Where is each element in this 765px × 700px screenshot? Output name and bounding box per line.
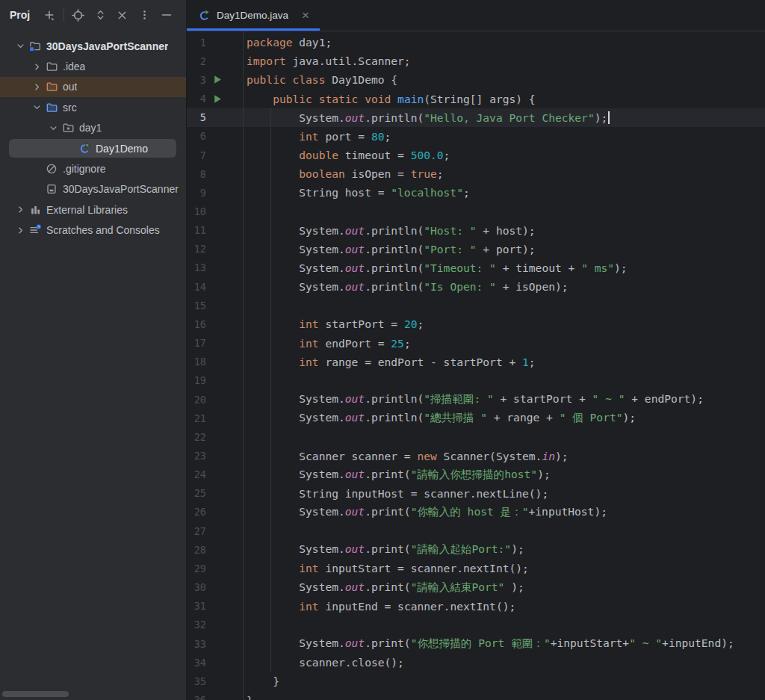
tree-item--gitignore[interactable]: .gitignore [0,158,186,179]
hide-panel-button[interactable] [158,7,175,23]
chevron-down-icon[interactable] [45,122,61,134]
code-line[interactable]: 30 System.out.print("請輸入結束Port" ); [187,578,765,597]
code-line[interactable]: 27 [187,521,765,540]
gutter[interactable]: 16 [187,315,243,333]
gutter[interactable]: 18 [187,353,243,371]
tree-item-out[interactable]: out [0,77,186,97]
code-line[interactable]: 32 [187,616,765,634]
code-line[interactable]: 22 [187,427,765,446]
gutter[interactable]: 12 [187,240,243,258]
gutter[interactable]: 23 [187,446,243,465]
gutter[interactable]: 2 [187,52,243,70]
gutter[interactable]: 31 [187,597,243,616]
code-line[interactable]: 17 int endPort = 25; [187,334,765,353]
gutter[interactable]: 33 [187,634,243,653]
tree-item-external-libraries[interactable]: External Libraries [0,199,186,220]
chevron-down-icon[interactable] [28,102,45,114]
code-line[interactable]: 16 int startPort = 20; [187,315,765,333]
gutter[interactable]: 7 [187,146,243,164]
code-line[interactable]: 2import java.util.Scanner; [187,52,765,70]
code-line[interactable]: 36} [187,690,765,700]
gutter[interactable]: 15 [187,296,243,315]
gutter[interactable]: 32 [187,616,243,634]
gutter[interactable]: 4 [187,89,243,108]
gutter[interactable]: 27 [187,521,243,540]
code-line[interactable]: 21 System.out.println("總共掃描 " + range + … [187,409,765,427]
code-line[interactable]: 8 boolean isOpen = true; [187,164,765,183]
tree-item-src[interactable]: src [0,97,186,117]
tree-item-30daysjavaportscanner[interactable]: 30DaysJavaPortScanner [0,36,186,56]
more-options-button[interactable] [136,7,152,23]
tree-item--idea[interactable]: .idea [0,56,186,76]
tab-day1demo-java[interactable]: Day1Demo.java × [187,0,320,31]
code-line[interactable]: 5 System.out.println("Hello, Java Port C… [187,108,765,127]
tree-item-scratches-and-consoles[interactable]: Scratches and Consoles [0,220,186,241]
gutter[interactable]: 29 [187,559,243,577]
code-line[interactable]: 31 int inputEnd = scanner.nextInt(); [187,597,765,616]
code-line[interactable]: 7 double timeout = 500.0; [187,146,765,164]
gutter[interactable]: 10 [187,202,243,220]
code-line[interactable]: 28 System.out.print("請輸入起始Port:"); [187,540,765,559]
tree-item-30daysjavaportscanner[interactable]: 30DaysJavaPortScanner [0,179,186,199]
locate-file-button[interactable] [69,7,86,23]
gutter[interactable]: 6 [187,127,243,146]
tree-item-day1demo[interactable]: Day1Demo [0,138,186,158]
gutter[interactable]: 14 [187,277,243,296]
run-icon[interactable] [211,74,223,86]
gutter[interactable]: 9 [187,183,243,202]
code-line[interactable]: 14 System.out.println("Is Open: " + isOp… [187,277,765,296]
code-line[interactable]: 15 [187,296,765,315]
gutter[interactable]: 34 [187,653,243,672]
code-line[interactable]: 18 int range = endPort - startPort + 1; [187,353,765,371]
gutter[interactable]: 20 [187,390,243,409]
gutter[interactable]: 21 [187,409,243,427]
gutter[interactable]: 28 [187,540,243,559]
code-line[interactable]: 20 System.out.println("掃描範圍: " + startPo… [187,390,765,409]
code-line[interactable]: 13 System.out.println("Timeout: " + time… [187,258,765,277]
code-line[interactable]: 19 [187,371,765,390]
gutter[interactable]: 13 [187,258,243,277]
gutter[interactable]: 35 [187,672,243,690]
code-line[interactable]: 29 int inputStart = scanner.nextInt(); [187,559,765,577]
code-line[interactable]: 26 System.out.print("你輸入的 host 是："+input… [187,503,765,521]
code-line[interactable]: 23 Scanner scanner = new Scanner(System.… [187,446,765,465]
code-line[interactable]: 1package day1; [187,33,765,52]
gutter[interactable]: 25 [187,484,243,503]
gutter[interactable]: 17 [187,334,243,353]
code-line[interactable]: 3public class Day1Demo { [187,70,765,89]
chevron-right-icon[interactable] [12,204,28,216]
run-icon[interactable] [211,93,223,105]
expand-all-button[interactable] [92,7,108,23]
close-icon[interactable]: × [300,9,311,22]
collapse-all-button[interactable] [114,7,131,23]
gutter[interactable]: 26 [187,503,243,521]
chevron-right-icon[interactable] [12,224,28,236]
code-line[interactable]: 34 scanner.close(); [187,653,765,672]
code-line[interactable]: 11 System.out.println("Host: " + host); [187,221,765,240]
code-editor[interactable]: 1package day1;2import java.util.Scanner;… [187,31,765,700]
gutter[interactable]: 8 [187,164,243,183]
code-line[interactable]: 33 System.out.print("你想掃描的 Port 範圍："+inp… [187,634,765,653]
code-line[interactable]: 35 } [187,672,765,690]
gutter[interactable]: 19 [187,371,243,390]
gutter[interactable]: 30 [187,578,243,597]
code-line[interactable]: 24 System.out.print("請輸入你想掃描的host"); [187,465,765,484]
code-line[interactable]: 25 String inputHost = scanner.nextLine()… [187,484,765,503]
tree-item-day1[interactable]: day1 [0,118,186,138]
gutter[interactable]: 36 [187,690,243,700]
chevron-right-icon[interactable] [28,61,45,72]
gutter[interactable]: 22 [187,427,243,446]
gutter[interactable]: 1 [187,33,243,52]
code-line[interactable]: 12 System.out.println("Port: " + port); [187,240,765,258]
add-button[interactable] [41,7,58,23]
code-line[interactable]: 6 int port = 80; [187,127,765,146]
gutter[interactable]: 3 [187,70,243,89]
chevron-right-icon[interactable] [28,81,45,93]
code-line[interactable]: 10 [187,202,765,220]
gutter[interactable]: 5 [187,108,243,127]
code-line[interactable]: 9 String host = "localhost"; [187,183,765,202]
gutter[interactable]: 24 [187,465,243,484]
code-line[interactable]: 4 public static void main(String[] args)… [187,89,765,108]
panel-title[interactable]: Proj [10,9,30,21]
horizontal-scrollbar-thumb[interactable] [2,691,69,697]
